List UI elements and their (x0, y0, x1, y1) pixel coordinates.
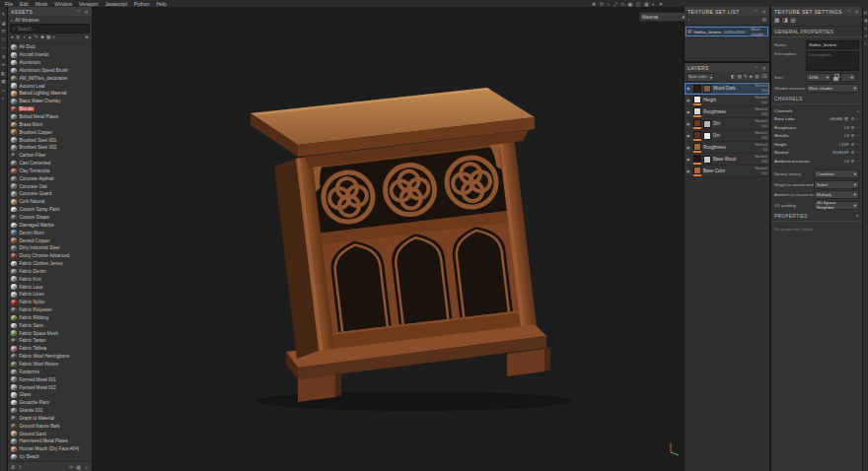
material-item[interactable]: Fabric Wool Herringbone (8, 353, 92, 361)
layer-thumbnail[interactable] (693, 96, 701, 103)
remove-channel-icon[interactable]: − (856, 150, 859, 155)
material-item[interactable]: Brushed Steel 001 (8, 136, 92, 144)
shader-settings-icon[interactable]: ◨ (864, 19, 868, 23)
panel-undock-icon[interactable]: ⌃ (847, 9, 852, 15)
texture-set-name-field[interactable] (806, 40, 859, 49)
menu-item[interactable]: File (5, 1, 13, 7)
material-item[interactable]: Aircraft Interior (8, 51, 92, 59)
material-item[interactable]: Cast Cemented (8, 160, 92, 168)
filter-environments-icon[interactable]: ◐ (53, 35, 56, 40)
layer-visibility-icon[interactable]: ◉ (687, 86, 691, 91)
layer-row[interactable]: ◉ Dirt Normal 100 (685, 118, 769, 130)
layer-visibility-icon[interactable]: ◉ (687, 157, 691, 162)
thumbnail-size-icon[interactable]: ▦ (76, 465, 81, 470)
material-item[interactable]: Clay Terracotta (8, 168, 92, 175)
material-item[interactable]: Fabric Clothes Jersey (8, 260, 92, 268)
layer-mask-thumbnail[interactable] (703, 156, 711, 164)
menu-item[interactable]: Help (156, 1, 166, 7)
panel-undock-icon[interactable]: ⌃ (77, 9, 82, 15)
menu-item[interactable]: Edit (20, 1, 29, 7)
material-item[interactable]: Dented Copper (8, 236, 92, 244)
panel-close-icon[interactable]: ✕ (854, 9, 859, 15)
material-item[interactable]: Fabric Nylon (8, 299, 92, 306)
channel-settings-icon[interactable]: ⚙ (850, 116, 854, 121)
material-item[interactable]: Granite 001 (8, 407, 92, 415)
search-input[interactable] (18, 27, 81, 32)
shading-mode-dropdown[interactable]: Material ▾ (639, 12, 687, 22)
material-item[interactable]: Air Duct (8, 43, 92, 51)
panel-undock-icon[interactable]: ⌃ (755, 65, 760, 71)
material-item[interactable]: Cork Natural (8, 198, 92, 206)
paint-tool-icon[interactable]: ✎ (2, 13, 6, 18)
add-folder-icon[interactable]: ▤ (755, 75, 759, 80)
layer-opacity[interactable]: 14 (763, 148, 767, 152)
material-item[interactable]: Denim Worn (8, 229, 92, 236)
mixing-dropdown[interactable]: Sobel ▾ (814, 180, 859, 189)
mixing-dropdown[interactable]: Combine ▾ (814, 169, 859, 178)
layer-thumbnail[interactable] (693, 107, 701, 115)
channel-settings-icon[interactable]: ⚙ (850, 133, 854, 138)
zoom-camera-icon[interactable]: ⌕ (607, 2, 610, 7)
material-item[interactable]: Glass (8, 391, 92, 399)
layer-thumbnail[interactable] (693, 167, 701, 174)
filter-smart-masks-icon[interactable]: ◑ (23, 35, 26, 40)
layer-opacity[interactable]: 100 (761, 112, 767, 116)
material-item[interactable]: Dirty Industrial Steel (8, 244, 92, 252)
search-texture-set-icon[interactable]: ⌕ (687, 18, 690, 23)
more-options-icon[interactable]: ＋ (84, 465, 89, 470)
material-item[interactable]: Concrete Asphalt (8, 174, 92, 182)
clone-tool-icon[interactable]: ⧉ (2, 55, 5, 60)
layer-visibility-icon[interactable]: ◉ (687, 109, 691, 114)
material-item[interactable]: AM_MtlTiles_decorative (8, 74, 92, 82)
material-item[interactable]: Fabric Space Mesh (8, 329, 92, 337)
material-item[interactable]: Concrete Oak (8, 182, 92, 190)
layer-row[interactable]: ◉ Dirt Normal 100 (685, 130, 769, 142)
display-settings-icon[interactable]: ▤ (864, 11, 868, 15)
material-item[interactable]: Fabric Ribbing (8, 314, 92, 322)
material-item[interactable]: Brushed Steel 002 (8, 144, 92, 152)
history-icon[interactable]: ↺ (864, 34, 867, 38)
material-item[interactable]: Blonde (8, 105, 92, 113)
material-item[interactable]: Formed Metal 002 (8, 383, 92, 391)
material-item[interactable]: Fabric Linen (8, 291, 92, 299)
material-item[interactable]: Aluminium Speed Brush (8, 67, 92, 75)
mixing-dropdown[interactable]: Multiply ▾ (814, 190, 859, 199)
material-picker-tool-icon[interactable]: ✛ (2, 63, 6, 68)
channel-format-dropdown[interactable]: sRGB8 (830, 116, 843, 121)
rotate-camera-icon[interactable]: ⟳ (600, 2, 604, 7)
menu-item[interactable]: Javascript (105, 1, 127, 7)
tab-mesh-maps-icon[interactable]: ▤ (790, 18, 795, 24)
tab-channels-icon[interactable]: ◨ (782, 18, 787, 24)
material-item[interactable]: Carbon Fiber (8, 152, 92, 160)
layer-mask-thumbnail[interactable] (703, 132, 711, 140)
delete-layer-icon[interactable]: ⌫ (761, 75, 768, 80)
new-folder-icon[interactable]: ⊞ (11, 465, 15, 470)
menu-item[interactable]: Python (134, 1, 150, 7)
material-item[interactable]: Ground Sand (8, 430, 92, 437)
channel-settings-icon[interactable]: ⚙ (850, 150, 854, 155)
menu-item[interactable]: Viewport (79, 1, 98, 7)
eraser-tool-icon[interactable]: ◪ (1, 22, 5, 27)
material-item[interactable]: Fabric Denim (8, 267, 92, 275)
layer-row[interactable]: ◉ Roughness Normal 14 (685, 142, 769, 154)
layer-thumbnail[interactable] (693, 85, 701, 93)
menu-item[interactable]: Window (54, 1, 72, 7)
list-view-icon[interactable]: ≣ (85, 35, 89, 40)
channel-settings-icon[interactable]: ⚙ (850, 125, 854, 130)
material-item[interactable]: Hammered Metal Plates (8, 437, 92, 445)
layer-row[interactable]: ◉ Wood Dark Normal 100 (685, 83, 769, 95)
size-height-dropdown[interactable]: ▾ (840, 73, 856, 82)
filter-filters-icon[interactable]: ▲ (28, 35, 32, 40)
mixing-dropdown[interactable]: 3D Space Neighbor ▾ (814, 201, 859, 210)
layer-visibility-icon[interactable]: ◉ (687, 98, 691, 102)
viewport-canvas[interactable] (93, 7, 684, 471)
material-item[interactable]: Gouache Paint (8, 399, 92, 407)
material-item[interactable]: Fabric Taffeta (8, 345, 92, 353)
menu-item[interactable]: Mode (36, 1, 48, 7)
layer-row[interactable]: ◉ Base Color Normal 100 (685, 166, 769, 177)
panel-close-icon[interactable]: ✕ (761, 9, 766, 15)
material-item[interactable]: Baked Lighting Material (8, 90, 92, 98)
remove-channel-icon[interactable]: − (856, 116, 859, 121)
material-item[interactable]: Graph to Material (8, 415, 92, 423)
layer-opacity[interactable]: 100 (761, 136, 767, 140)
